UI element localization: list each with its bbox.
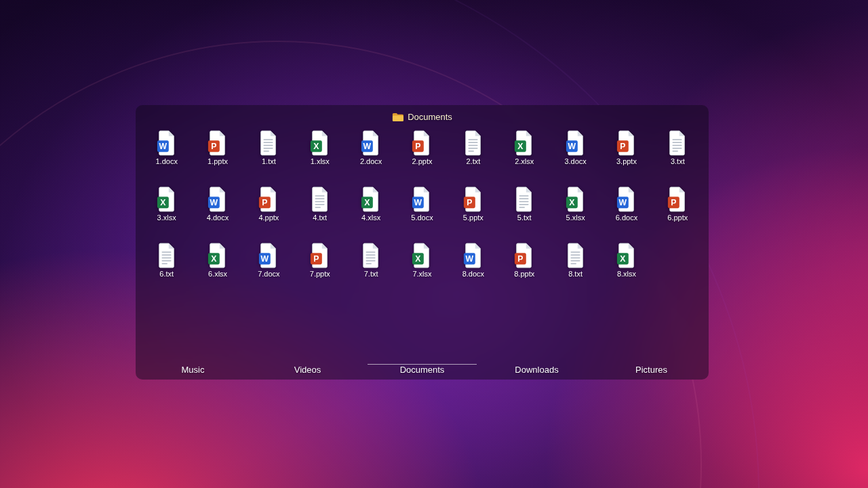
svg-text:X: X [211,254,217,264]
file-item-7-docx[interactable]: W7.docx [243,237,294,293]
word-file-icon: W [462,243,484,268]
word-file-icon: W [258,243,279,268]
file-item-7-txt[interactable]: 7.txt [345,237,396,293]
file-name-label: 2.xlsx [515,157,534,166]
file-name-label: 4.xlsx [361,214,380,222]
svg-text:P: P [671,198,677,207]
file-name-label: 4.txt [313,214,327,222]
svg-text:W: W [159,142,167,151]
file-item-5-docx[interactable]: W5.docx [397,180,448,237]
svg-text:W: W [465,254,473,264]
tab-pictures[interactable]: Pictures [594,357,709,380]
file-name-label: 6.docx [616,214,637,222]
file-name-label: 3.docx [564,157,586,166]
excel-file-icon: X [309,130,331,156]
word-file-icon: W [565,130,587,156]
powerpoint-file-icon: P [309,243,331,268]
file-item-2-txt[interactable]: 2.txt [448,124,498,180]
file-name-label: 6.pptx [667,214,688,222]
tab-videos[interactable]: Videos [250,357,365,380]
file-name-label: 6.xlsx [208,270,227,279]
file-item-1-pptx[interactable]: P1.pptx [192,124,243,180]
file-item-4-pptx[interactable]: P4.pptx [243,180,294,237]
svg-text:P: P [416,142,421,151]
file-item-8-docx[interactable]: W8.docx [448,237,498,293]
powerpoint-file-icon: P [667,186,688,212]
tab-label: Documents [400,365,445,375]
file-grid: W1.docxP1.pptx1.txtX1.xlsxW2.docxP2.pptx… [136,124,709,293]
svg-text:W: W [363,142,372,151]
text-file-icon [360,243,382,268]
svg-text:X: X [416,254,422,264]
tab-label: Music [182,365,205,375]
file-name-label: 8.pptx [514,270,534,279]
excel-file-icon: X [156,186,178,212]
file-item-6-xlsx[interactable]: X6.xlsx [192,237,243,293]
file-item-6-txt[interactable]: 6.txt [141,237,192,293]
file-name-label: 1.pptx [208,157,228,166]
file-item-5-txt[interactable]: 5.txt [499,180,550,237]
file-item-1-docx[interactable]: W1.docx [141,124,192,180]
tab-bar: MusicVideosDocumentsDownloadsPictures [136,357,709,380]
file-item-3-pptx[interactable]: P3.pptx [601,124,652,180]
file-item-6-pptx[interactable]: P6.pptx [652,180,703,237]
svg-text:X: X [517,142,524,151]
tab-music[interactable]: Music [136,357,250,380]
file-item-5-xlsx[interactable]: X5.xlsx [550,180,601,237]
file-name-label: 2.pptx [412,157,433,166]
powerpoint-file-icon: P [616,130,637,156]
svg-text:W: W [568,142,576,151]
svg-text:P: P [620,142,625,151]
file-name-label: 7.txt [364,270,378,279]
tab-label: Pictures [635,365,667,375]
file-item-3-docx[interactable]: W3.docx [550,124,601,180]
text-file-icon [258,130,279,156]
excel-file-icon: X [360,186,382,212]
file-name-label: 5.xlsx [566,214,585,222]
file-name-label: 5.docx [411,214,433,222]
svg-text:P: P [211,142,216,151]
word-file-icon: W [156,130,178,156]
file-name-label: 4.pptx [258,214,279,222]
file-item-8-xlsx[interactable]: X8.xlsx [601,237,652,293]
file-item-6-docx[interactable]: W6.docx [601,180,652,237]
file-item-2-xlsx[interactable]: X2.xlsx [499,124,550,180]
word-file-icon: W [616,186,637,212]
file-item-3-txt[interactable]: 3.txt [652,124,703,180]
folder-icon [392,113,403,122]
file-browser-panel: Documents W1.docxP1.pptx1.txtX1.xlsxW2.d… [136,105,709,380]
text-file-icon [513,186,535,212]
svg-text:P: P [262,198,268,207]
file-item-7-xlsx[interactable]: X7.xlsx [397,237,448,293]
file-item-3-xlsx[interactable]: X3.xlsx [141,180,192,237]
svg-text:W: W [414,198,422,207]
file-item-2-pptx[interactable]: P2.pptx [397,124,448,180]
powerpoint-file-icon: P [462,186,484,212]
file-item-5-pptx[interactable]: P5.pptx [448,180,498,237]
powerpoint-file-icon: P [258,186,279,212]
tab-documents[interactable]: Documents [365,357,479,380]
file-item-8-txt[interactable]: 8.txt [550,237,601,293]
svg-text:W: W [261,254,269,264]
file-item-8-pptx[interactable]: P8.pptx [499,237,550,293]
file-name-label: 3.txt [671,157,685,166]
word-file-icon: W [411,186,433,212]
file-item-4-txt[interactable]: 4.txt [294,180,345,237]
tab-downloads[interactable]: Downloads [479,357,594,380]
tab-label: Videos [294,365,321,375]
svg-text:X: X [569,198,575,207]
text-file-icon [462,130,484,156]
file-name-label: 8.xlsx [617,270,636,279]
file-name-label: 8.txt [568,270,583,279]
file-item-7-pptx[interactable]: P7.pptx [294,237,345,293]
excel-file-icon: X [207,243,229,268]
file-item-1-xlsx[interactable]: X1.xlsx [294,124,345,180]
file-item-4-xlsx[interactable]: X4.xlsx [345,180,396,237]
file-name-label: 5.txt [517,214,532,222]
svg-text:P: P [467,198,472,207]
file-item-4-docx[interactable]: W4.docx [192,180,243,237]
powerpoint-file-icon: P [411,130,433,156]
file-item-2-docx[interactable]: W2.docx [345,124,396,180]
file-item-1-txt[interactable]: 1.txt [243,124,294,180]
svg-text:P: P [313,254,319,264]
